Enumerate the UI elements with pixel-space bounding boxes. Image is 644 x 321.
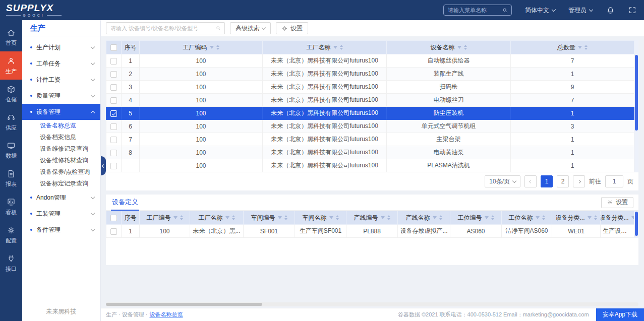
filter-icon[interactable] <box>333 46 337 49</box>
prev-page-button[interactable] <box>524 175 537 187</box>
sidebar-subitem-device-name-overview[interactable]: 设备名称总览 <box>22 120 100 132</box>
row-checkbox[interactable] <box>110 163 117 169</box>
next-page-button[interactable] <box>573 175 585 187</box>
filter-icon[interactable] <box>631 216 634 219</box>
sort-icon[interactable] <box>232 215 235 220</box>
notifications-button[interactable] <box>606 6 615 15</box>
table-row[interactable]: 4 100 未来（北京）黑科技有限公司futurus100 电动螺丝刀 7 <box>106 94 634 107</box>
table-row[interactable]: 1 100 未来（北京）黑科技有限公司futurus100 自动螺丝供给器 7 <box>106 54 634 68</box>
page-jump-input[interactable] <box>605 175 623 187</box>
menu-search-input[interactable] <box>448 7 502 13</box>
row-checkbox[interactable] <box>110 84 117 91</box>
search-icon[interactable] <box>215 25 221 31</box>
menu-search-box[interactable] <box>443 5 512 16</box>
sidebar-subitem-repair-records[interactable]: 设备维修记录查询 <box>22 143 100 155</box>
page-size-select[interactable]: 10条/页 <box>485 175 520 187</box>
table-row[interactable]: 100 未来（北京）黑科技有限公司futurus100 PLASMA清洗机 1 <box>106 159 634 172</box>
sidebar-item-andon[interactable]: Andon管理 <box>22 189 100 206</box>
sidebar-item-piece-wage[interactable]: 计件工资 <box>22 72 100 88</box>
filter-icon[interactable] <box>210 46 214 49</box>
rail-item-home[interactable]: 首页 <box>0 23 22 51</box>
device-search-box[interactable] <box>106 22 225 34</box>
filter-icon[interactable] <box>381 216 385 219</box>
row-checkbox[interactable] <box>110 97 117 104</box>
user-menu[interactable]: 管理员 <box>568 6 593 15</box>
sort-icon[interactable] <box>542 215 545 220</box>
sidebar-collapse-handle[interactable] <box>101 156 106 175</box>
fullscreen-button[interactable] <box>628 6 637 15</box>
select-all-checkbox[interactable] <box>110 215 117 221</box>
filter-icon[interactable] <box>536 216 540 219</box>
page-2-button[interactable]: 2 <box>557 175 569 187</box>
sidebar-item-production-plan[interactable]: 生产计划 <box>22 39 100 55</box>
sidebar-subitem-maintenance-check[interactable]: 设备保养/点检查询 <box>22 166 100 178</box>
rail-item-supply[interactable]: 供应 <box>0 108 22 136</box>
row-checkbox[interactable] <box>110 150 117 156</box>
sort-icon[interactable] <box>439 215 442 220</box>
advanced-search-button[interactable]: 高级搜索 <box>230 22 271 34</box>
table-row[interactable]: 6 100 未来（北京）黑科技有限公司futurus100 单元式空气调节机组 … <box>106 120 634 133</box>
android-app-download-button[interactable]: 安卓App下载 <box>596 308 644 321</box>
table-row[interactable]: 8 100 未来（北京）黑科技有限公司futurus100 电动黄油泵 1 <box>106 146 634 159</box>
sidebar-subitem-repair-materials[interactable]: 设备维修耗材查询 <box>22 155 100 166</box>
sidebar-item-work-orders[interactable]: 工单任务 <box>22 55 100 72</box>
filter-icon[interactable] <box>433 216 437 219</box>
definition-settings-button[interactable]: 设置 <box>601 197 633 208</box>
scrollbar-thumb[interactable] <box>635 55 638 131</box>
rail-item-report[interactable]: 报表 <box>0 164 22 192</box>
page-1-button[interactable]: 1 <box>541 175 553 187</box>
table-row[interactable]: 3 100 未来（北京）黑科技有限公司futurus100 扫码枪 9 <box>106 81 634 94</box>
filter-icon[interactable] <box>588 216 592 219</box>
sort-icon[interactable] <box>340 45 343 50</box>
filter-icon[interactable] <box>225 216 229 219</box>
sort-icon[interactable] <box>594 215 597 220</box>
scrollbar-thumb[interactable] <box>106 303 262 306</box>
table-row[interactable]: 7 100 未来（北京）黑科技有限公司futurus100 主梁台架 1 <box>106 133 634 146</box>
rail-item-board[interactable]: 看板 <box>0 192 22 221</box>
tab-device-definition[interactable]: 设备定义 <box>111 195 139 211</box>
select-all-checkbox[interactable] <box>110 44 117 51</box>
sidebar-item-device-management[interactable]: 设备管理 <box>22 104 100 120</box>
row-checkbox[interactable] <box>110 58 117 65</box>
sidebar-item-quality[interactable]: 质量管理 <box>22 88 100 104</box>
language-select[interactable]: 简体中文 <box>525 6 555 15</box>
row-checkbox-checked[interactable] <box>110 110 117 117</box>
row-checkbox[interactable] <box>110 137 117 143</box>
vertical-scrollbar[interactable] <box>634 40 638 172</box>
row-checkbox[interactable] <box>110 228 117 235</box>
row-checkbox[interactable] <box>110 123 117 130</box>
sort-icon[interactable] <box>336 215 339 220</box>
table-row[interactable]: 1 100 未来（北京）黑... SF001 生产车间SF001 PL888 设… <box>106 225 634 238</box>
filter-icon[interactable] <box>278 216 282 219</box>
sidebar-item-spare-parts[interactable]: 备件管理 <box>22 222 100 238</box>
sort-icon[interactable] <box>584 45 588 50</box>
filter-icon[interactable] <box>485 216 489 219</box>
rail-item-production[interactable]: 生产 <box>0 51 22 80</box>
table-row[interactable]: 2 100 未来（北京）黑科技有限公司futurus100 装配生产线 1 <box>106 68 634 81</box>
filter-icon[interactable] <box>578 46 582 49</box>
rail-item-data[interactable]: 数据 <box>0 136 22 164</box>
rail-item-config[interactable]: 配置 <box>0 221 22 249</box>
sort-icon[interactable] <box>284 215 287 220</box>
table-row-selected[interactable]: 5 100 未来（北京）黑科技有限公司futurus100 防尘压装机 1 <box>106 107 634 120</box>
sort-icon[interactable] <box>216 45 219 50</box>
search-icon[interactable] <box>502 7 508 14</box>
sidebar-subitem-device-archive[interactable]: 设备档案信息 <box>22 132 100 143</box>
horizontal-scrollbar[interactable] <box>106 302 638 306</box>
vertical-scrollbar[interactable] <box>634 211 638 238</box>
sort-icon[interactable] <box>491 215 494 220</box>
scrollbar-thumb[interactable] <box>635 212 638 236</box>
rail-item-interface[interactable]: 接口 <box>0 249 22 277</box>
device-search-input[interactable] <box>110 25 215 31</box>
rail-item-warehouse[interactable]: 仓储 <box>0 80 22 108</box>
row-checkbox[interactable] <box>110 71 117 78</box>
sort-icon[interactable] <box>180 215 183 220</box>
sidebar-subitem-calibration-records[interactable]: 设备标定记录查询 <box>22 178 100 189</box>
table-settings-button[interactable]: 设置 <box>276 22 308 34</box>
sort-icon[interactable] <box>387 215 390 220</box>
sidebar-item-tooling[interactable]: 工装管理 <box>22 206 100 222</box>
breadcrumb-current-link[interactable]: 设备名称总览 <box>150 311 183 318</box>
filter-icon[interactable] <box>329 216 333 219</box>
sort-icon[interactable] <box>464 45 467 50</box>
filter-icon[interactable] <box>457 46 461 49</box>
